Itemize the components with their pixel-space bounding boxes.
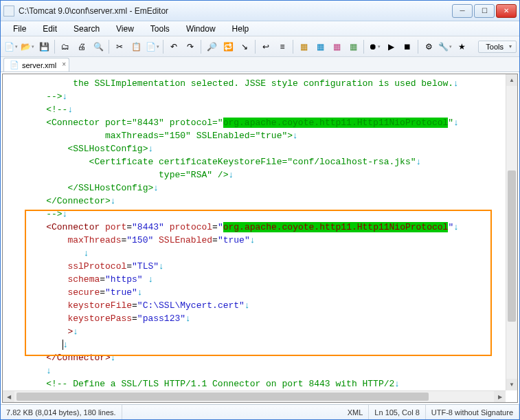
maximize-button[interactable]: ☐	[474, 4, 495, 18]
save-icon[interactable]: 💾	[36, 39, 52, 54]
save-all-icon[interactable]: 🗂	[58, 39, 73, 54]
toolbar: 📄▾ 📂▾ 💾 🗂 🖨 🔍 ✂ 📋 📄▾ ↶ ↷ 🔎 🔁 ↘ ↩ ≡ ▦ ▦ ▦…	[1, 36, 519, 57]
vertical-scrollbar[interactable]: ▲ ▼	[506, 74, 517, 390]
find-icon[interactable]: 🔎	[204, 39, 219, 54]
code-editor[interactable]: the SSLImplementation selected. JSSE sty…	[3, 74, 517, 402]
titlebar: C:\Tomcat 9.0\conf\server.xml - EmEditor…	[1, 1, 519, 21]
status-position[interactable]: Ln 105, Col 8	[369, 405, 425, 419]
menu-search[interactable]: Search	[67, 23, 106, 35]
horizontal-scrollbar[interactable]: ◀ ▶	[3, 390, 506, 402]
app-icon	[3, 5, 14, 16]
minimize-button[interactable]: ─	[452, 4, 473, 18]
scroll-thumb[interactable]	[508, 170, 516, 322]
macro-record-icon[interactable]: ⏺▾	[367, 39, 382, 54]
panel3-icon[interactable]: ▦	[329, 39, 344, 54]
app-window: C:\Tomcat 9.0\conf\server.xml - EmEditor…	[0, 0, 520, 420]
panel1-icon[interactable]: ▦	[296, 39, 311, 54]
copy-icon[interactable]: 📋	[128, 39, 144, 54]
menubar: File Edit Search View Tools Window Help	[1, 21, 519, 36]
goto-icon[interactable]: ↘	[237, 39, 252, 54]
separator	[163, 40, 163, 54]
window-title: C:\Tomcat 9.0\conf\server.xml - EmEditor	[19, 6, 452, 16]
editor-area[interactable]: the SSLImplementation selected. JSSE sty…	[2, 74, 518, 403]
plugin3-icon[interactable]: ★	[454, 39, 469, 54]
panel4-icon[interactable]: ▦	[346, 39, 361, 54]
macro-stop-icon[interactable]: ⏹	[400, 39, 415, 54]
separator	[363, 40, 364, 54]
menu-edit[interactable]: Edit	[36, 23, 64, 35]
print-icon[interactable]: 🖨	[74, 39, 89, 54]
close-button[interactable]: ✕	[496, 4, 517, 18]
menu-view[interactable]: View	[109, 23, 141, 35]
plugin2-icon[interactable]: 🔧▾	[438, 39, 453, 54]
wrap-icon[interactable]: ↩	[258, 39, 273, 54]
tab-close-icon[interactable]: ×	[62, 60, 66, 68]
undo-icon[interactable]: ↶	[166, 39, 181, 54]
file-icon: 📄	[10, 60, 19, 69]
tools-panel-toggle[interactable]: Tools	[478, 41, 517, 53]
separator	[293, 40, 293, 54]
separator	[109, 40, 109, 54]
separator	[54, 40, 55, 54]
separator	[418, 40, 418, 54]
redo-icon[interactable]: ↷	[183, 39, 198, 54]
status-lang[interactable]: XML	[342, 405, 370, 419]
menu-window[interactable]: Window	[179, 23, 223, 35]
panel2-icon[interactable]: ▦	[313, 39, 328, 54]
scroll-thumb[interactable]	[16, 393, 429, 401]
statusbar: 7.82 KB (8,014 bytes), 180 lines. XML Ln…	[1, 404, 519, 419]
tab-server-xml[interactable]: 📄 server.xml ×	[3, 58, 69, 71]
paste-icon[interactable]: 📄▾	[145, 39, 160, 54]
separator	[201, 40, 201, 54]
macro-play-icon[interactable]: ▶	[383, 39, 398, 54]
open-file-icon[interactable]: 📂▾	[20, 39, 35, 54]
plugin1-icon[interactable]: ⚙	[421, 39, 436, 54]
new-file-icon[interactable]: 📄▾	[3, 39, 19, 54]
status-size: 7.82 KB (8,014 bytes), 180 lines.	[1, 405, 122, 419]
tab-label: server.xml	[22, 61, 56, 69]
separator	[255, 40, 256, 54]
status-encoding[interactable]: UTF-8 without Signature	[426, 405, 519, 419]
scroll-left-icon[interactable]: ◀	[3, 391, 14, 402]
menu-help[interactable]: Help	[225, 23, 256, 35]
preview-icon[interactable]: 🔍	[91, 39, 106, 54]
replace-icon[interactable]: 🔁	[221, 39, 236, 54]
menu-file[interactable]: File	[6, 23, 33, 35]
scroll-right-icon[interactable]: ▶	[494, 391, 506, 402]
tabbar: 📄 server.xml ×	[1, 57, 519, 72]
scroll-down-icon[interactable]: ▼	[506, 379, 517, 390]
scroll-up-icon[interactable]: ▲	[506, 74, 517, 86]
status-spacer	[122, 405, 342, 419]
menu-tools[interactable]: Tools	[144, 23, 177, 35]
cut-icon[interactable]: ✂	[112, 39, 127, 54]
line-numbers-icon[interactable]: ≡	[275, 39, 290, 54]
